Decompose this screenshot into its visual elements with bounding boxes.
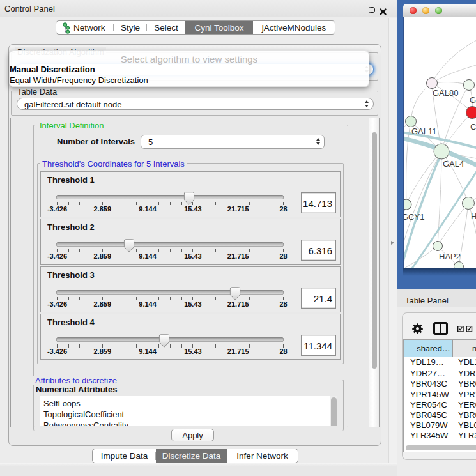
svg-text:GA: GA xyxy=(470,95,476,105)
svg-text:GAL11: GAL11 xyxy=(411,127,437,136)
svg-text:HAP2: HAP2 xyxy=(439,252,461,261)
svg-text:GAL4: GAL4 xyxy=(443,159,464,169)
svg-text:C: C xyxy=(470,122,476,132)
svg-text:H: H xyxy=(471,211,476,221)
svg-text:GAL80: GAL80 xyxy=(433,88,458,98)
svg-text:GCY1: GCY1 xyxy=(404,212,424,222)
